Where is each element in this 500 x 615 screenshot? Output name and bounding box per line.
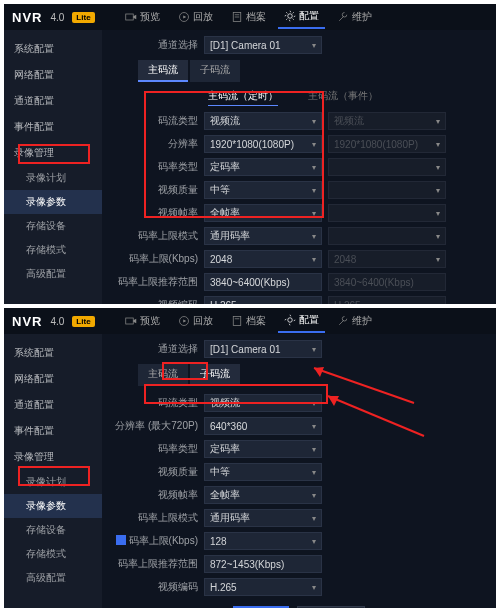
sidebar-item-event[interactable]: 事件配置 (4, 114, 102, 140)
sidebar-item-record[interactable]: 录像管理 (4, 444, 102, 470)
resolution-select[interactable]: 1920*1080(1080P)▾ (204, 135, 322, 153)
section-head: 主码流（定时） 主码流（事件） (208, 90, 486, 106)
bitrate-type-select[interactable]: 定码率▾ (204, 440, 322, 458)
sidebar-sub-advanced[interactable]: 高级配置 (4, 566, 102, 590)
resolution-select[interactable]: 640*360▾ (204, 417, 322, 435)
sidebar: 系统配置 网络配置 通道配置 事件配置 录像管理 录像计划 录像参数 存储设备 … (4, 334, 102, 608)
sidebar-item-record[interactable]: 录像管理 (4, 140, 102, 166)
quality-select[interactable]: 中等▾ (204, 181, 322, 199)
range-readout: 872~1453(Kbps) (204, 555, 322, 573)
tab-playback[interactable]: 回放 (172, 5, 219, 29)
sidebar-sub-plan[interactable]: 录像计划 (4, 470, 102, 494)
tab-archive[interactable]: 档案 (225, 309, 272, 333)
brand-name: NVR (12, 10, 42, 25)
svg-point-10 (287, 318, 292, 323)
main-tabs: 预览 回放 档案 配置 维护 (119, 309, 378, 333)
svg-rect-8 (233, 317, 241, 326)
sidebar-item-network[interactable]: 网络配置 (4, 366, 102, 392)
sidebar-sub-mode[interactable]: 存储模式 (4, 238, 102, 262)
screenshot-2: NVR 4.0 Lite 预览 回放 档案 配置 维护 系统配置 网络配置 通道… (4, 308, 496, 608)
content-pane: 通道选择 [D1] Camera 01▾ 主码流 子码流 码流类型视频流▾ 分辨… (102, 334, 496, 608)
tab-maintain[interactable]: 维护 (331, 5, 378, 29)
sidebar-sub-mode[interactable]: 存储模式 (4, 542, 102, 566)
channel-label: 通道选择 (112, 38, 198, 52)
tab-playback[interactable]: 回放 (172, 309, 219, 333)
tab-maintain[interactable]: 维护 (331, 309, 378, 333)
maxbitrate-select[interactable]: 128▾ (204, 532, 322, 550)
sidebar-sub-params[interactable]: 录像参数 (4, 494, 102, 518)
channel-select[interactable]: [D1] Camera 01▾ (204, 36, 322, 54)
range-readout: 3840~6400(Kbps) (204, 273, 322, 291)
stream-type-select[interactable]: 视频流▾ (204, 394, 322, 412)
brand-lite-badge: Lite (72, 12, 94, 23)
svg-point-5 (287, 14, 292, 19)
stream-tabs: 主码流 子码流 (138, 60, 486, 82)
sidebar-item-event[interactable]: 事件配置 (4, 418, 102, 444)
tab-config[interactable]: 配置 (278, 309, 325, 333)
framerate-select[interactable]: 全帧率▾ (204, 486, 322, 504)
sidebar-item-system[interactable]: 系统配置 (4, 36, 102, 62)
sidebar-item-channel[interactable]: 通道配置 (4, 88, 102, 114)
topbar: NVR 4.0 Lite 预览 回放 档案 配置 维护 (4, 4, 496, 30)
svg-rect-6 (125, 318, 133, 324)
tab-archive[interactable]: 档案 (225, 5, 272, 29)
sidebar-item-network[interactable]: 网络配置 (4, 62, 102, 88)
codec-select[interactable]: H.265▾ (204, 578, 322, 596)
channel-label: 通道选择 (112, 342, 198, 356)
channel-select[interactable]: [D1] Camera 01▾ (204, 340, 322, 358)
stream-tabs: 主码流 子码流 (138, 364, 486, 386)
maxmode-select[interactable]: 通用码率▾ (204, 227, 322, 245)
stream-tab-sub[interactable]: 子码流 (190, 60, 240, 82)
stream-tab-sub[interactable]: 子码流 (190, 364, 240, 386)
stream-type-select[interactable]: 视频流▾ (204, 112, 322, 130)
copy-button[interactable]: 复制到 (297, 606, 365, 608)
sidebar-sub-plan[interactable]: 录像计划 (4, 166, 102, 190)
stream-tab-main[interactable]: 主码流 (138, 364, 188, 386)
apply-button[interactable]: 应用 (233, 606, 289, 608)
sidebar-sub-advanced[interactable]: 高级配置 (4, 262, 102, 286)
svg-rect-0 (125, 14, 133, 20)
sidebar-item-system[interactable]: 系统配置 (4, 340, 102, 366)
brand-version: 4.0 (50, 316, 64, 327)
sidebar-sub-storage[interactable]: 存储设备 (4, 518, 102, 542)
sidebar: 系统配置 网络配置 通道配置 事件配置 录像管理 录像计划 录像参数 存储设备 … (4, 30, 102, 304)
sidebar-item-channel[interactable]: 通道配置 (4, 392, 102, 418)
brand-version: 4.0 (50, 12, 64, 23)
maxbitrate-checkbox[interactable] (116, 535, 126, 545)
brand-lite-badge: Lite (72, 316, 94, 327)
quality-select[interactable]: 中等▾ (204, 463, 322, 481)
brand-name: NVR (12, 314, 42, 329)
chevron-down-icon: ▾ (312, 41, 316, 50)
stream-tab-main[interactable]: 主码流 (138, 60, 188, 82)
main-tabs: 预览 回放 档案 配置 维护 (119, 5, 378, 29)
content-pane: 通道选择 [D1] Camera 01▾ 主码流 子码流 主码流（定时） 主码流… (102, 30, 496, 304)
tab-config[interactable]: 配置 (278, 5, 325, 29)
screenshot-1: NVR 4.0 Lite 预览 回放 档案 配置 维护 系统配置 网络配置 通道… (4, 4, 496, 304)
tab-preview[interactable]: 预览 (119, 5, 166, 29)
framerate-select[interactable]: 全帧率▾ (204, 204, 322, 222)
maxbitrate-select[interactable]: 2048▾ (204, 250, 322, 268)
sidebar-sub-storage[interactable]: 存储设备 (4, 214, 102, 238)
maxmode-select[interactable]: 通用码率▾ (204, 509, 322, 527)
topbar: NVR 4.0 Lite 预览 回放 档案 配置 维护 (4, 308, 496, 334)
tab-preview[interactable]: 预览 (119, 309, 166, 333)
bitrate-type-select[interactable]: 定码率▾ (204, 158, 322, 176)
sidebar-sub-params[interactable]: 录像参数 (4, 190, 102, 214)
codec-select[interactable]: H.265▾ (204, 296, 322, 304)
